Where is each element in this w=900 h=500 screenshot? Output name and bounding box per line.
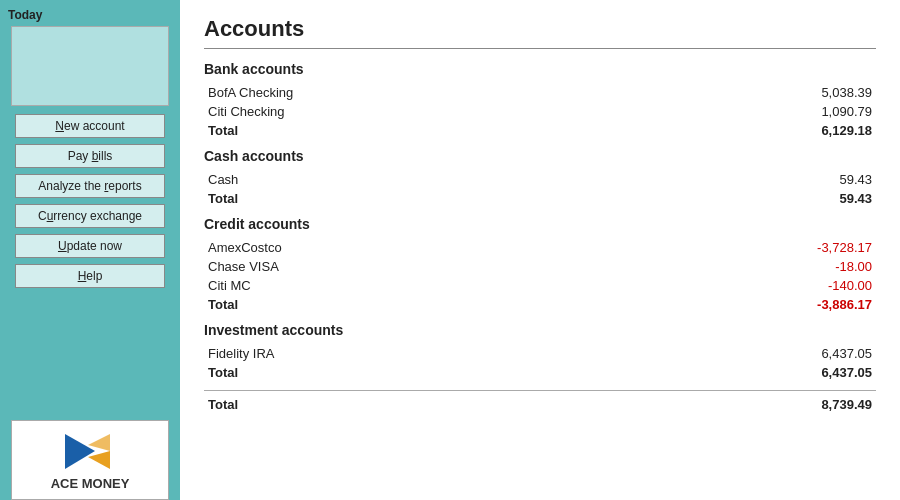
- row-label: Citi Checking: [204, 102, 617, 121]
- row-value: 5,038.39: [617, 83, 876, 102]
- ace-money-logo-icon: [60, 429, 120, 474]
- bank-total-row: Total 6,129.18: [204, 121, 876, 140]
- grand-total-row: Total 8,739.49: [204, 391, 876, 415]
- logo-text: ACE MONEY: [51, 476, 130, 491]
- bank-accounts-header: Bank accounts: [204, 61, 876, 77]
- currency-exchange-button[interactable]: Currency exchange: [15, 204, 165, 228]
- table-row: Citi MC -140.00: [204, 276, 876, 295]
- credit-accounts-table: AmexCostco -3,728.17 Chase VISA -18.00 C…: [204, 238, 876, 314]
- update-now-button[interactable]: Update now: [15, 234, 165, 258]
- bank-accounts-table: BofA Checking 5,038.39 Citi Checking 1,0…: [204, 83, 876, 140]
- credit-total-row: Total -3,886.17: [204, 295, 876, 314]
- row-label: Fidelity IRA: [204, 344, 580, 363]
- row-value: 59.43: [531, 170, 876, 189]
- investment-total-row: Total 6,437.05: [204, 363, 876, 382]
- total-value: 59.43: [531, 189, 876, 208]
- today-label: Today: [8, 8, 42, 22]
- pay-bills-button[interactable]: Pay bills: [15, 144, 165, 168]
- table-row: Citi Checking 1,090.79: [204, 102, 876, 121]
- grand-total-label: Total: [204, 391, 469, 415]
- sidebar: Today New account Pay bills Analyze the …: [0, 0, 180, 500]
- table-row: BofA Checking 5,038.39: [204, 83, 876, 102]
- main-content: Accounts Bank accounts BofA Checking 5,0…: [180, 0, 900, 500]
- analyze-reports-button[interactable]: Analyze the reports: [15, 174, 165, 198]
- page-title: Accounts: [204, 16, 876, 42]
- table-row: AmexCostco -3,728.17: [204, 238, 876, 257]
- total-label: Total: [204, 189, 531, 208]
- grand-total-table: Total 8,739.49: [204, 390, 876, 414]
- total-label: Total: [204, 363, 580, 382]
- table-row: Cash 59.43: [204, 170, 876, 189]
- total-label: Total: [204, 121, 617, 140]
- cash-accounts-table: Cash 59.43 Total 59.43: [204, 170, 876, 208]
- row-value: 6,437.05: [580, 344, 876, 363]
- title-divider: [204, 48, 876, 49]
- logo-box: ACE MONEY: [11, 420, 169, 500]
- total-value: 6,437.05: [580, 363, 876, 382]
- table-row: Chase VISA -18.00: [204, 257, 876, 276]
- investment-accounts-header: Investment accounts: [204, 322, 876, 338]
- row-value: -3,728.17: [584, 238, 876, 257]
- svg-marker-2: [88, 434, 110, 451]
- row-label: AmexCostco: [204, 238, 584, 257]
- total-value: 6,129.18: [617, 121, 876, 140]
- calendar-box: [11, 26, 169, 106]
- row-label: Cash: [204, 170, 531, 189]
- total-label: Total: [204, 295, 584, 314]
- row-label: Chase VISA: [204, 257, 584, 276]
- total-value: -3,886.17: [584, 295, 876, 314]
- investment-accounts-table: Fidelity IRA 6,437.05 Total 6,437.05: [204, 344, 876, 382]
- new-account-button[interactable]: New account: [15, 114, 165, 138]
- credit-accounts-header: Credit accounts: [204, 216, 876, 232]
- table-row: Fidelity IRA 6,437.05: [204, 344, 876, 363]
- row-label: Citi MC: [204, 276, 584, 295]
- svg-marker-0: [65, 434, 95, 469]
- help-button[interactable]: Help: [15, 264, 165, 288]
- grand-total-value: 8,739.49: [469, 391, 876, 415]
- row-label: BofA Checking: [204, 83, 617, 102]
- row-value: 1,090.79: [617, 102, 876, 121]
- cash-accounts-header: Cash accounts: [204, 148, 876, 164]
- cash-total-row: Total 59.43: [204, 189, 876, 208]
- row-value: -140.00: [584, 276, 876, 295]
- svg-marker-1: [88, 451, 110, 469]
- row-value: -18.00: [584, 257, 876, 276]
